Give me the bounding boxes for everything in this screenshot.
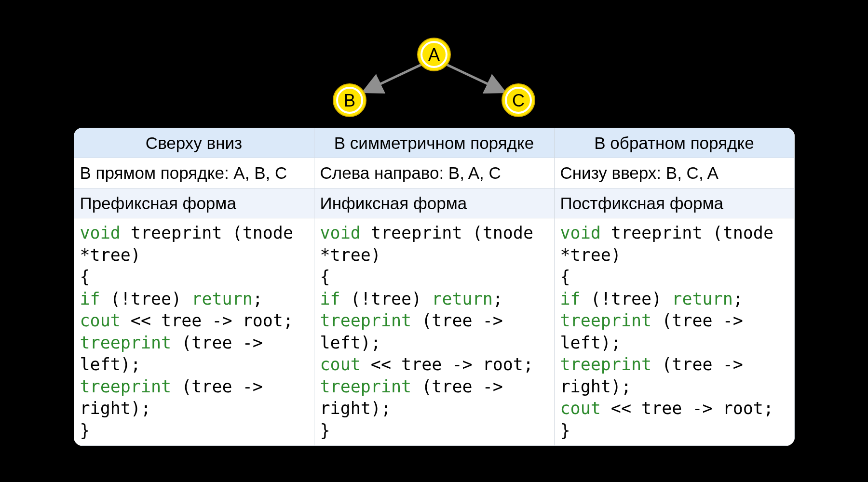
tree-node-b: B (344, 90, 355, 110)
desc-postorder: Снизу вверх: B, C, A (554, 158, 794, 188)
traversal-table: Сверху вниз В симметричном порядке В обр… (74, 128, 795, 446)
tree-node-a: A (428, 44, 440, 64)
svg-line-1 (446, 64, 505, 92)
form-postorder: Постфиксная форма (554, 188, 794, 218)
form-inorder: Инфиксная форма (314, 188, 554, 218)
col-header-inorder: В симметричном порядке (314, 128, 554, 158)
desc-preorder: В прямом порядке: A, B, C (74, 158, 314, 188)
col-header-postorder: В обратном порядке (554, 128, 794, 158)
form-preorder: Префиксная форма (74, 188, 314, 218)
desc-inorder: Слева направо: B, A, C (314, 158, 554, 188)
code-preorder: void treeprint (tnode *tree) { if (!tree… (74, 218, 314, 446)
tree-diagram: A B C (309, 36, 559, 120)
code-postorder: void treeprint (tnode *tree) { if (!tree… (554, 218, 794, 446)
code-inorder: void treeprint (tnode *tree) { if (!tree… (314, 218, 554, 446)
svg-line-0 (363, 64, 422, 92)
tree-node-c: C (512, 90, 525, 110)
col-header-preorder: Сверху вниз (74, 128, 314, 158)
